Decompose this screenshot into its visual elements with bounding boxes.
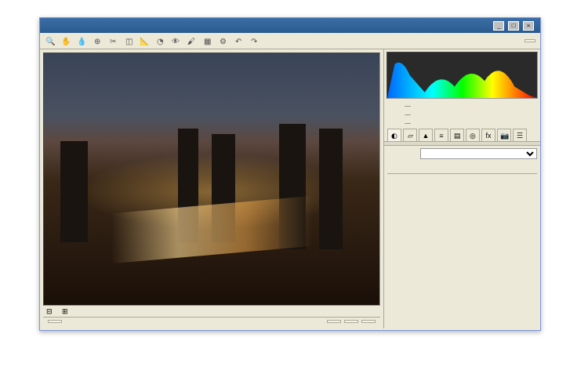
minimize-button[interactable]: _ [493,21,504,31]
tab-strip: ◐ ▱ ▲ ≡ ▤ ◎ fx 📷 ☰ [384,127,540,142]
zoom-bar: ⊟ ⊞ [43,306,380,317]
open-image-button[interactable] [327,320,341,323]
window-controls: _ □ × [492,20,534,31]
hand-tool-icon[interactable]: ✋ [60,35,71,46]
image-preview[interactable] [43,53,380,306]
tab-basic[interactable]: ◐ [387,129,401,141]
right-panel: --- --- --- ◐ ▱ ▲ ≡ ▤ ◎ fx 📷 ☰ [383,49,540,328]
rotate-ccw-icon[interactable]: ↶ [233,35,244,46]
maximize-button[interactable]: □ [508,21,519,31]
preview-pane: ⊟ ⊞ [40,49,383,328]
wb-tool-icon[interactable]: 💧 [76,35,87,46]
rgb-b-value: --- [405,119,411,126]
straighten-tool-icon[interactable]: 📐 [139,35,150,46]
basic-controls [384,146,540,328]
rotate-cw-icon[interactable]: ↷ [249,35,260,46]
spot-tool-icon[interactable]: ◔ [154,35,165,46]
rgb-b-label [389,119,405,126]
tab-curve[interactable]: ▱ [403,129,417,141]
preview-checkbox[interactable] [524,39,535,42]
tab-hsl[interactable]: ≡ [434,129,448,141]
rgb-r-value: --- [405,102,411,109]
cancel-button[interactable] [344,320,358,323]
toolbar: 🔍 ✋ 💧 ⊕ ✂ ◫ 📐 ◔ 👁 🖌 ▦ ⚙ ↶ ↷ [40,33,540,49]
crop-tool-icon[interactable]: ◫ [123,35,134,46]
zoom-in-icon[interactable]: ⊞ [62,307,68,315]
tab-lens[interactable]: ◎ [466,129,480,141]
adjust-brush-icon[interactable]: 🖌 [186,35,197,46]
zoom-out-icon[interactable]: ⊟ [46,307,53,315]
tab-calib[interactable]: 📷 [497,129,511,141]
title-bar: _ □ × [40,18,540,33]
rgb-g-value: --- [405,111,411,118]
done-button[interactable] [361,320,376,323]
camera-raw-window: _ □ × 🔍 ✋ 💧 ⊕ ✂ ◫ 📐 ◔ 👁 🖌 ▦ ⚙ ↶ ↷ ⊟ [39,17,541,331]
bottom-bar [43,317,380,325]
rgb-r-label [389,102,405,109]
tab-preset[interactable]: ☰ [513,129,527,141]
rgb-g-label [389,111,405,118]
save-image-button[interactable] [48,320,62,323]
close-button[interactable]: × [523,21,534,31]
wb-select[interactable] [420,148,537,159]
tab-fx[interactable]: fx [481,129,495,141]
target-tool-icon[interactable]: ✂ [107,35,118,46]
grad-filter-icon[interactable]: ▦ [201,35,212,46]
tab-split[interactable]: ▤ [450,129,464,141]
redeye-tool-icon[interactable]: 👁 [170,35,181,46]
sampler-tool-icon[interactable]: ⊕ [92,35,103,46]
zoom-tool-icon[interactable]: 🔍 [45,35,56,46]
tab-detail[interactable]: ▲ [419,129,433,141]
prefs-icon[interactable]: ⚙ [217,35,228,46]
histogram[interactable] [387,52,538,99]
